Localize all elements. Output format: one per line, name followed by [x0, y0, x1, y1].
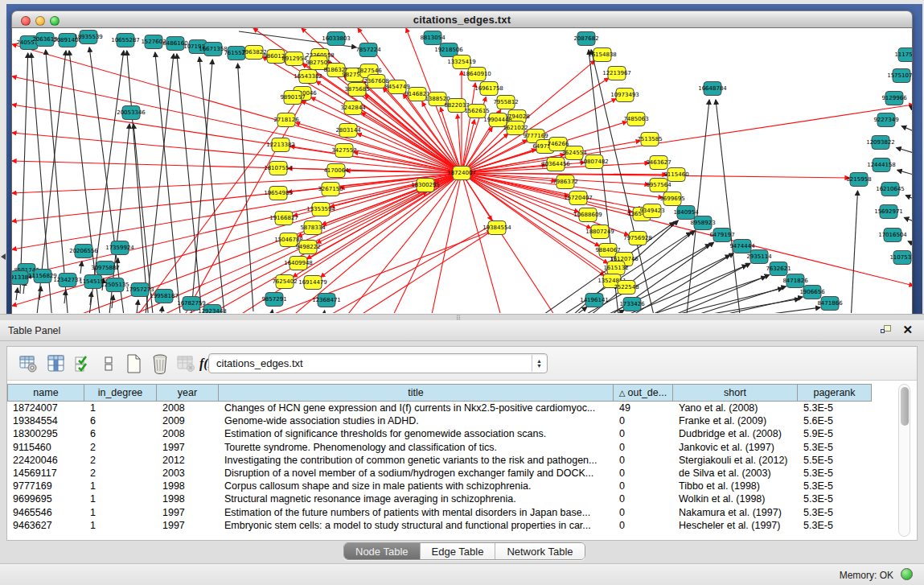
graph-node-label: 3267150 [318, 186, 343, 192]
network-canvas-svg[interactable]: 2405572206361920891406189355391065528715… [12, 28, 912, 313]
graph-node-label: 1117530 [894, 51, 912, 58]
graph-node-label: 16914479 [298, 279, 327, 286]
network-canvas[interactable]: 2405572206361920891406189355391065528715… [11, 28, 913, 314]
graph-node-label: 2718126 [273, 117, 299, 123]
new-document-icon[interactable] [122, 352, 145, 375]
table-row[interactable]: 1830029562008Estimation of significance … [7, 427, 873, 440]
graph-node-label: 9857291 [261, 296, 286, 303]
graph-node-label: 18724007 [447, 170, 476, 176]
graph-node-label: 4170064 [323, 167, 349, 174]
close-panel-icon[interactable]: ✕ [902, 323, 913, 337]
panel-splitter[interactable]: ⣿ [0, 314, 924, 320]
graph-node-label: 12368471 [312, 297, 341, 303]
graph-node-label: 9463627 [646, 159, 671, 166]
select-all-icon[interactable] [72, 352, 94, 375]
float-panel-icon[interactable] [881, 325, 892, 336]
table-cell-year: 2012 [157, 454, 219, 467]
graph-node-label: 14196141 [580, 297, 609, 303]
table-cell-in-degree: 2 [84, 467, 157, 480]
graph-node-label: 10655287 [111, 37, 140, 43]
table-cell-pagerank: 5.9E-5 [798, 427, 872, 440]
tab-network-table[interactable]: Network Table [495, 543, 584, 559]
graph-node-label: 1827546 [356, 68, 382, 74]
graph-node-label: 5878334 [300, 225, 326, 231]
column-header-in-degree[interactable]: in_degree [84, 385, 157, 401]
graph-node-label: 9777169 [523, 133, 548, 139]
table-settings-icon[interactable] [17, 352, 39, 375]
memory-status-label: Memory: OK [840, 570, 893, 581]
table-vertical-scrollbar[interactable] [898, 384, 910, 537]
table-cell-out-de-: 0 [614, 492, 673, 505]
graph-node-label: 12093822 [866, 139, 895, 146]
graph-node-label: 30975887 [91, 265, 120, 271]
table-cell-name: 18724007 [7, 402, 84, 414]
table-cell-out-de-: 0 [614, 427, 673, 440]
graph-node-label: 12213382 [266, 142, 295, 148]
table-row[interactable]: 2242004622012Investigating the contribut… [7, 454, 873, 467]
graph-node-label: 2522548 [614, 284, 639, 290]
graph-node-label: 2803144 [335, 127, 361, 134]
graph-node-label: 10807482 [580, 159, 609, 165]
tab-edge-table[interactable]: Edge Table [421, 543, 496, 559]
network-window-titlebar[interactable]: citations_edges.txt [11, 10, 913, 28]
graph-node-label: 9474444 [729, 243, 755, 249]
graph-node-label: 18640910 [462, 71, 491, 77]
table-row[interactable]: 1872400712008Changes of HCN gene express… [7, 402, 873, 414]
table-cell-title: Investigating the contribution of common… [219, 454, 614, 467]
network-view-window: citations_edges.txt 24055722063619208914… [11, 10, 913, 314]
table-select-dropdown[interactable]: citations_edges.txt ▲▼ [208, 353, 548, 373]
table-cell-year: 1998 [157, 480, 219, 492]
graph-node-label: 1615132 [603, 265, 628, 271]
graph-node-label: 1906656 [799, 289, 825, 295]
table-row[interactable]: 911546021997Tourette syndrome. Phenomeno… [7, 441, 873, 454]
table-cell-out-de-: 0 [614, 480, 673, 492]
table-row[interactable]: 1938455462009Genome-wide association stu… [7, 414, 873, 427]
column-header-short[interactable]: short [673, 385, 798, 401]
column-header-title[interactable]: title [219, 385, 614, 401]
table-row[interactable]: 977716911998Corpus callosum shape and si… [7, 480, 873, 492]
table-cell-year: 1998 [157, 492, 219, 505]
column-header-pagerank[interactable]: pagerank [798, 385, 872, 401]
show-column-icon[interactable] [45, 352, 68, 375]
table-cell-name: 9777169 [7, 480, 84, 492]
column-header-out-de-[interactable]: △out_de... [614, 385, 673, 401]
table-cell-name: 22420046 [7, 454, 84, 467]
table-cell-year: 2009 [157, 414, 219, 427]
graph-node-label: 17957273 [125, 286, 154, 293]
table-cell-year: 2008 [157, 402, 219, 414]
table-cell-in-degree: 2 [84, 441, 157, 454]
table-row[interactable]: 946554611997Estimation of the future num… [7, 506, 873, 519]
scrollbar-thumb[interactable] [901, 387, 909, 426]
table-row[interactable]: 946362711997Embryonic stem cells: a mode… [7, 519, 873, 532]
memory-status-indicator-icon[interactable] [901, 568, 913, 580]
status-bar: Memory: OK [0, 563, 924, 585]
graph-node-label: 1621022 [503, 125, 528, 131]
tab-node-table[interactable]: Node Table [344, 543, 421, 559]
column-header-name[interactable]: name [7, 385, 84, 401]
table-cell-pagerank: 5.3E-5 [798, 492, 872, 505]
delete-column-icon[interactable] [149, 352, 171, 375]
window-title: citations_edges.txt [12, 14, 912, 26]
row-height-icon[interactable] [97, 352, 120, 375]
table-cell-in-degree: 6 [84, 427, 157, 440]
table-row[interactable]: 969969511998Structural magnetic resonanc… [7, 492, 873, 505]
graph-node-label: 7625402 [272, 278, 297, 285]
column-header-year[interactable]: year [157, 385, 219, 401]
graph-node-label: 18935539 [74, 34, 103, 40]
table-cell-short: Yano et al. (2008) [673, 402, 798, 414]
panel-collapse-arrow-icon[interactable] [1, 253, 6, 260]
table-cell-pagerank: 5.5E-5 [798, 454, 872, 467]
table-cell-pagerank: 5.6E-5 [798, 414, 872, 427]
graph-node-label: 9227349 [873, 117, 898, 123]
table-cell-short: Franke et al. (2009) [673, 414, 798, 427]
table-cell-out-de-: 0 [614, 467, 673, 480]
graph-node-label: 17016504 [878, 232, 907, 238]
graph-node-label: 20206556 [69, 248, 98, 254]
graph-node-label: 19384554 [483, 225, 511, 231]
table-cell-in-degree: 6 [84, 414, 157, 427]
table-row[interactable]: 1456911722003Disruption of a novel membe… [7, 467, 873, 480]
graph-node-label: 16543382 [294, 73, 322, 80]
table-cell-in-degree: 1 [84, 506, 157, 519]
graph-node-label: 9129966 [881, 95, 907, 101]
table-cell-pagerank: 5.3E-5 [798, 480, 872, 492]
